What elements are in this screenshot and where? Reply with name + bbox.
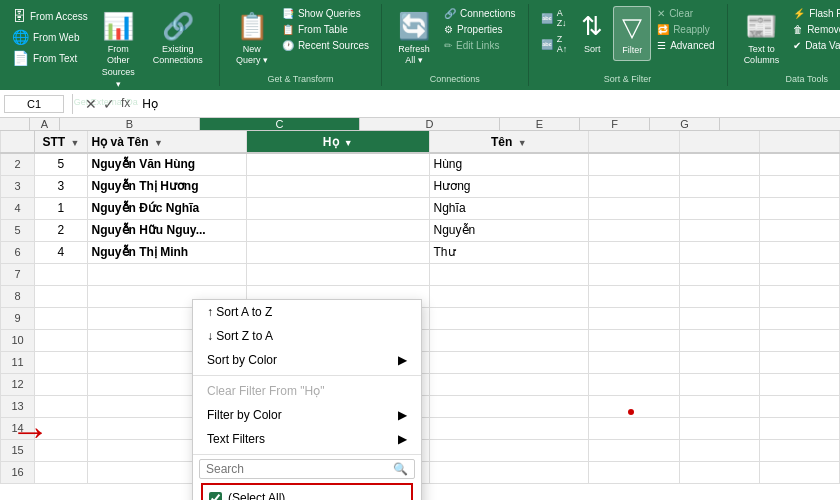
show-queries-button[interactable]: 📑 Show Queries bbox=[278, 6, 373, 21]
cell-ten-5[interactable]: Nguyễn bbox=[429, 219, 589, 241]
cell-f-6[interactable] bbox=[680, 241, 760, 263]
cell-e-5[interactable] bbox=[589, 219, 680, 241]
data-validation-button[interactable]: ✔ Data Validat... bbox=[789, 38, 840, 53]
connections-button[interactable]: 🔗 Connections bbox=[440, 6, 520, 21]
new-query-button[interactable]: 📋 NewQuery ▾ bbox=[228, 6, 276, 71]
row-num-12: 12 bbox=[1, 373, 35, 395]
cell-ten-4[interactable]: Nghĩa bbox=[429, 197, 589, 219]
reapply-button[interactable]: 🔁 Reapply bbox=[653, 22, 718, 37]
properties-button[interactable]: ⚙ Properties bbox=[440, 22, 520, 37]
from-web-button[interactable]: 🌐 From Web bbox=[8, 27, 92, 47]
sort-button[interactable]: ⇅ Sort bbox=[573, 6, 611, 59]
recent-sources-button[interactable]: 🕐 Recent Sources bbox=[278, 38, 373, 53]
cell-e-3[interactable] bbox=[589, 175, 680, 197]
menu-sort-az[interactable]: ↑ Sort A to Z bbox=[193, 300, 421, 324]
cell-stt-5[interactable]: 2 bbox=[35, 219, 87, 241]
from-text-button[interactable]: 📄 From Text bbox=[8, 48, 92, 68]
submenu-arrow-3: ▶ bbox=[398, 432, 407, 446]
formula-input[interactable] bbox=[138, 97, 836, 111]
header-stt: STT ▼ bbox=[35, 131, 87, 153]
cell-ho-5[interactable] bbox=[247, 219, 429, 241]
row-num-9: 9 bbox=[1, 307, 35, 329]
sort-az-button[interactable]: 🔤 AZ↓ bbox=[537, 6, 572, 30]
cell-e-4[interactable] bbox=[589, 197, 680, 219]
remove-duplicates-button[interactable]: 🗑 Remove Dup... bbox=[789, 22, 840, 37]
cell-e-2[interactable] bbox=[589, 153, 680, 175]
col-header-F: F bbox=[580, 118, 650, 130]
checkbox-select-all-input[interactable] bbox=[209, 492, 222, 501]
from-other-sources-button[interactable]: 📊 From OtherSources ▾ bbox=[94, 6, 143, 95]
cell-7-c[interactable] bbox=[247, 263, 429, 285]
ribbon-group-data-tools: 📰 Text toColumns ⚡ Flash Fill 🗑 Remove D… bbox=[728, 4, 840, 86]
cell-hoten-3[interactable]: Nguyễn Thị Hương bbox=[87, 175, 247, 197]
arrow-icon: → bbox=[10, 409, 50, 453]
cancel-formula-icon[interactable]: ✕ bbox=[85, 96, 97, 112]
cell-ho-4[interactable] bbox=[247, 197, 429, 219]
cell-g-5[interactable] bbox=[760, 219, 840, 241]
cell-hoten-6[interactable]: Nguyễn Thị Minh bbox=[87, 241, 247, 263]
from-access-button[interactable]: 🗄 From Access bbox=[8, 6, 92, 26]
cell-f-3[interactable] bbox=[680, 175, 760, 197]
existing-conn-icon: 🔗 bbox=[162, 10, 194, 44]
filter-icon-ho: ▼ bbox=[344, 138, 353, 148]
cell-stt-6[interactable]: 4 bbox=[35, 241, 87, 263]
col-header-E: E bbox=[500, 118, 580, 130]
existing-connections-button[interactable]: 🔗 ExistingConnections bbox=[145, 6, 211, 71]
filter-search-input[interactable] bbox=[206, 462, 393, 476]
flash-fill-button[interactable]: ⚡ Flash Fill bbox=[789, 6, 840, 21]
cell-reference[interactable] bbox=[4, 95, 64, 113]
edit-links-button[interactable]: ✏ Edit Links bbox=[440, 38, 520, 53]
cell-g-6[interactable] bbox=[760, 241, 840, 263]
cell-g-4[interactable] bbox=[760, 197, 840, 219]
sort-icon: ⇅ bbox=[581, 10, 603, 44]
confirm-formula-icon[interactable]: ✓ bbox=[103, 96, 115, 112]
search-icon: 🔍 bbox=[393, 462, 408, 476]
row-num-3: 3 bbox=[1, 175, 35, 197]
menu-filter-color[interactable]: Filter by Color ▶ bbox=[193, 403, 421, 427]
filter-icon-stt: ▼ bbox=[70, 138, 79, 148]
row-num-16: 16 bbox=[1, 461, 35, 483]
cell-7-b[interactable] bbox=[87, 263, 247, 285]
cell-ten-3[interactable]: Hương bbox=[429, 175, 589, 197]
cell-g-3[interactable] bbox=[760, 175, 840, 197]
insert-function-icon[interactable]: fx bbox=[121, 96, 130, 112]
col-header-B: B bbox=[60, 118, 200, 130]
filter-icon: ▽ bbox=[622, 11, 642, 45]
cell-hoten-5[interactable]: Nguyễn Hữu Nguy... bbox=[87, 219, 247, 241]
cell-stt-3[interactable]: 3 bbox=[35, 175, 87, 197]
menu-text-filters[interactable]: Text Filters ▶ bbox=[193, 427, 421, 451]
cell-e-6[interactable] bbox=[589, 241, 680, 263]
cell-ho-2[interactable] bbox=[247, 153, 429, 175]
cell-hoten-2[interactable]: Nguyễn Văn Hùng bbox=[87, 153, 247, 175]
text-to-columns-button[interactable]: 📰 Text toColumns bbox=[736, 6, 788, 71]
sort-za-button[interactable]: 🔤 ZA↑ bbox=[537, 32, 572, 56]
ribbon-group-external-data: 🗄 From Access 🌐 From Web 📄 From Text 📊 F… bbox=[0, 4, 220, 86]
cell-hoten-4[interactable]: Nguyễn Đức Nghĩa bbox=[87, 197, 247, 219]
cell-stt-4[interactable]: 1 bbox=[35, 197, 87, 219]
cell-f-4[interactable] bbox=[680, 197, 760, 219]
filter-icon-hoten: ▼ bbox=[154, 138, 163, 148]
cell-ho-6[interactable] bbox=[247, 241, 429, 263]
cell-f-5[interactable] bbox=[680, 219, 760, 241]
cell-ten-6[interactable]: Thư bbox=[429, 241, 589, 263]
filter-button[interactable]: ▽ Filter bbox=[613, 6, 651, 61]
clear-button[interactable]: ✕ Clear bbox=[653, 6, 718, 21]
menu-sort-za[interactable]: ↓ Sort Z to A bbox=[193, 324, 421, 348]
menu-sep-2 bbox=[193, 454, 421, 455]
cell-7-a[interactable] bbox=[35, 263, 87, 285]
cell-7-d[interactable] bbox=[429, 263, 589, 285]
menu-clear-filter[interactable]: Clear Filter From "Họ" bbox=[193, 379, 421, 403]
row-num-6: 6 bbox=[1, 241, 35, 263]
checkbox-select-all[interactable]: (Select All) bbox=[209, 489, 405, 500]
advanced-button[interactable]: ☰ Advanced bbox=[653, 38, 718, 53]
table-row: 5 2 Nguyễn Hữu Nguy... Nguyễn bbox=[1, 219, 840, 241]
refresh-all-button[interactable]: 🔄 RefreshAll ▾ bbox=[390, 6, 438, 71]
menu-sort-color[interactable]: Sort by Color ▶ bbox=[193, 348, 421, 372]
from-table-button[interactable]: 📋 From Table bbox=[278, 22, 373, 37]
cell-ten-2[interactable]: Hùng bbox=[429, 153, 589, 175]
cell-f-2[interactable] bbox=[680, 153, 760, 175]
cell-ho-3[interactable] bbox=[247, 175, 429, 197]
cell-stt-2[interactable]: 5 bbox=[35, 153, 87, 175]
cell-g-2[interactable] bbox=[760, 153, 840, 175]
col-header-D: D bbox=[360, 118, 500, 130]
